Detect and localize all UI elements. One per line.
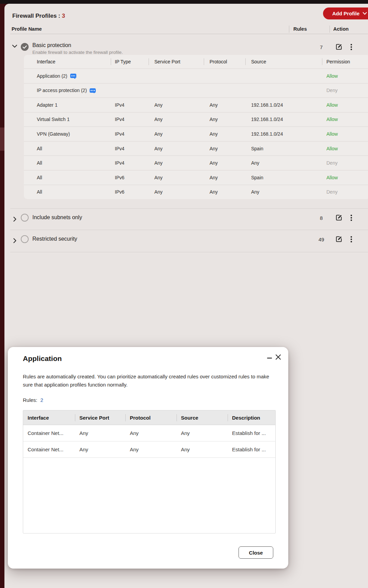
profile-row-include-subnets[interactable]: Include subnets only 8 xyxy=(4,209,368,230)
profile-rules-count: 49 xyxy=(315,237,327,242)
column-header-profile-name: Profile Name xyxy=(12,26,42,32)
row-divider xyxy=(10,252,368,252)
rule-col-interface: Interface xyxy=(24,59,111,64)
minimize-icon xyxy=(267,355,272,361)
scrollbar-thumb[interactable] xyxy=(0,127,4,151)
table-row: All IPv4 Any Any Spain Allow xyxy=(24,141,368,156)
page-title-label: Firewall Profiles : xyxy=(12,13,60,19)
dialog-description: Rules are automatically created. You can… xyxy=(23,373,270,389)
rule-col-ip-type: IP Type xyxy=(111,59,149,64)
table-row: All IPv6 Any Any Spain Allow xyxy=(24,170,368,185)
comment-icon[interactable] xyxy=(70,74,76,78)
edit-profile-button[interactable] xyxy=(335,43,343,51)
table-row: VPN (Gateway) IPv4 Any Any 192.168.1.0/2… xyxy=(24,126,368,141)
chevron-down-icon[interactable] xyxy=(12,44,17,48)
column-header-rules: Rules xyxy=(293,26,307,32)
permission-value: Allow xyxy=(322,131,368,137)
page-title: Firewall Profiles : 3 xyxy=(12,13,65,19)
table-row: Container Net... Any Any Any Establish f… xyxy=(23,441,275,458)
header-separator xyxy=(329,26,330,33)
rule-col-service-port: Service Port xyxy=(149,59,204,64)
chevron-down-icon xyxy=(363,12,367,15)
permission-value: Allow xyxy=(322,102,368,108)
kebab-icon xyxy=(351,236,352,242)
table-row: IP access protection (2) Deny xyxy=(24,83,368,98)
rule-col-source: Source xyxy=(245,59,322,64)
firewall-rule-table: Interface IP Type Service Port Protocol … xyxy=(24,55,368,199)
left-frame xyxy=(0,4,4,588)
dialog-title: Application xyxy=(23,355,62,363)
add-profile-label: Add Profile xyxy=(332,11,359,16)
rules-count: 2 xyxy=(41,397,43,403)
close-button[interactable]: Close xyxy=(239,546,273,559)
edit-profile-button[interactable] xyxy=(335,235,343,243)
profile-count: 3 xyxy=(62,13,65,19)
application-dialog: Application Rules are automatically crea… xyxy=(8,347,288,569)
table-row: Container Net... Any Any Any Establish f… xyxy=(23,425,275,441)
rule-col-protocol: Protocol xyxy=(204,59,245,64)
comment-icon[interactable] xyxy=(90,88,96,93)
permission-value: Allow xyxy=(322,175,368,180)
column-header-action: Action xyxy=(333,26,349,32)
edit-icon xyxy=(335,213,343,222)
rule-interface: Application (2) xyxy=(37,73,67,79)
rule-col-permission: Permission xyxy=(322,59,368,64)
col-interface: Interface xyxy=(23,415,75,421)
add-profile-button[interactable]: Add Profile xyxy=(323,7,368,19)
chevron-right-icon[interactable] xyxy=(13,216,17,222)
close-dialog-button[interactable] xyxy=(275,353,282,361)
permission-value: Deny xyxy=(322,189,368,195)
rules-label: Rules: xyxy=(23,397,37,403)
col-source: Source xyxy=(177,415,228,421)
profile-select-radio[interactable] xyxy=(21,235,29,243)
col-service-port: Service Port xyxy=(75,415,125,421)
profile-menu-button[interactable] xyxy=(351,215,352,221)
table-row: All IPv4 Any Any Any Deny xyxy=(24,155,368,170)
close-icon xyxy=(275,353,282,361)
edit-profile-button[interactable] xyxy=(335,213,343,222)
col-description: Description xyxy=(228,415,275,421)
profile-name: Include subnets only xyxy=(32,214,82,221)
permission-value: Allow xyxy=(322,117,368,122)
profile-rules-count: 8 xyxy=(315,215,327,221)
edit-icon xyxy=(335,235,343,243)
rule-table-header: Interface IP Type Service Port Protocol … xyxy=(24,55,368,69)
header-separator xyxy=(289,26,289,33)
profile-name: Restricted security xyxy=(32,236,77,242)
profile-select-radio[interactable] xyxy=(21,214,29,222)
check-icon xyxy=(22,45,27,49)
minimize-button[interactable] xyxy=(267,355,272,361)
table-row: All IPv6 Any Any Any Deny xyxy=(24,185,368,199)
edit-icon xyxy=(335,43,343,51)
col-protocol: Protocol xyxy=(125,415,177,421)
permission-value: Allow xyxy=(322,73,368,79)
profile-menu-button[interactable] xyxy=(351,236,352,242)
chevron-right-icon[interactable] xyxy=(13,238,17,243)
kebab-icon xyxy=(351,215,352,221)
rule-interface: IP access protection (2) xyxy=(37,88,87,93)
permission-value: Deny xyxy=(322,160,368,166)
profile-row-basic-protection[interactable]: Basic protection Enable firewall to acti… xyxy=(4,34,368,55)
dialog-table-header: Interface Service Port Protocol Source D… xyxy=(23,410,275,425)
table-row: Virtual Switch 1 IPv4 Any Any 192.168.1.… xyxy=(24,112,368,127)
dialog-rules-line: Rules:2 xyxy=(23,397,43,403)
kebab-icon xyxy=(351,44,352,50)
profile-rules-count: 7 xyxy=(315,44,327,50)
table-row: Adapter 1 IPv4 Any Any 192.168.1.0/24 Al… xyxy=(24,97,368,112)
profile-subtitle: Enable firewall to activate the firewall… xyxy=(32,50,123,55)
table-row: Application (2) Allow xyxy=(24,69,368,83)
window-top-bar xyxy=(0,0,368,4)
dialog-rule-table: Interface Service Port Protocol Source D… xyxy=(23,410,276,533)
profile-selected-toggle[interactable] xyxy=(21,43,29,51)
profile-row-restricted-security[interactable]: Restricted security 49 xyxy=(4,230,368,251)
permission-value: Deny xyxy=(322,88,368,93)
profile-menu-button[interactable] xyxy=(351,44,352,50)
permission-value: Allow xyxy=(322,146,368,151)
profile-name: Basic protection xyxy=(32,42,71,48)
